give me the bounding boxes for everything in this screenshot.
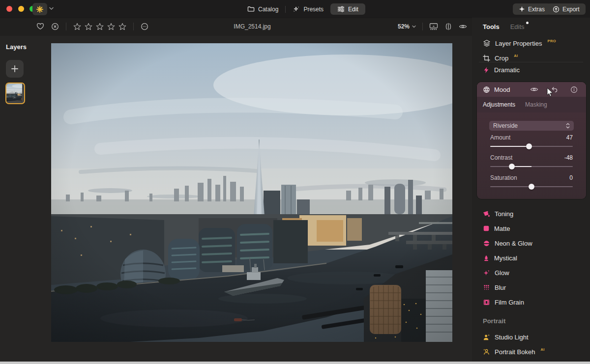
halftone-icon (483, 284, 490, 291)
window-bottom-edge (0, 362, 590, 364)
tool-label: Studio Light (495, 334, 529, 341)
tool-label: Matte (494, 225, 510, 232)
mood-panel-title: Mood (494, 86, 510, 93)
tool-label: Dramatic (494, 66, 520, 74)
star-icon[interactable] (118, 23, 126, 30)
filmstrip-panel-icon[interactable] (429, 23, 438, 30)
slider-thumb[interactable] (529, 184, 534, 190)
divider (479, 62, 583, 62)
more-options-icon[interactable] (141, 23, 148, 30)
tool-label: Blur (495, 284, 506, 291)
export-arrow-icon (553, 6, 560, 13)
tab-tools[interactable]: Tools (483, 23, 500, 30)
tool-label: Neon & Glow (495, 240, 532, 247)
tab-edit[interactable]: Edit (330, 3, 365, 15)
export-button[interactable]: Export (547, 3, 586, 15)
mood-icon (483, 86, 490, 93)
portrait-section-title: Portrait (483, 317, 505, 325)
slider-track[interactable] (490, 163, 573, 170)
app-menu-button[interactable] (32, 3, 47, 15)
export-label: Export (562, 6, 580, 13)
folder-icon (247, 5, 255, 13)
tool-mystical[interactable]: Mystical (472, 251, 590, 265)
close-window-icon[interactable] (6, 6, 12, 12)
updown-chevron-icon (566, 123, 570, 129)
extras-label: Extras (528, 6, 545, 13)
info-icon[interactable] (570, 86, 578, 93)
rating-controls (36, 18, 148, 35)
star-icon[interactable] (96, 23, 104, 30)
mood-preset-select[interactable]: Riverside (489, 121, 574, 131)
mood-panel: Mood Adjustments Masking Riverside (477, 82, 586, 199)
chevron-down-icon[interactable] (49, 7, 54, 10)
slider-thumb[interactable] (526, 143, 532, 149)
sidebar-tabs: Tools Edits (483, 23, 525, 30)
tab-edits[interactable]: Edits (510, 23, 525, 30)
notification-dot (526, 22, 529, 24)
extras-button[interactable]: Extras (513, 3, 551, 15)
add-layer-button[interactable] (6, 60, 24, 78)
filename-label: IMG_2514.jpg (234, 18, 270, 35)
slider-label: Saturation (490, 174, 517, 181)
tool-layer-properties[interactable]: Layer Properties PRO (472, 36, 590, 50)
sparkle-star-icon (519, 6, 525, 12)
star-rating (73, 23, 126, 30)
portrait-section-header: Portrait (472, 315, 590, 327)
tool-neon-glow[interactable]: Neon & Glow (472, 236, 590, 251)
tab-catalog[interactable]: Catalog (240, 3, 285, 15)
slider-thumb[interactable] (509, 164, 515, 169)
edit-sidebar: Tools Edits Layer Properties PRO Crop AI… (472, 18, 590, 362)
tab-catalog-label: Catalog (258, 6, 278, 13)
reject-circle-x-icon[interactable] (51, 23, 59, 30)
layers-icon (483, 39, 491, 47)
compare-split-icon[interactable] (444, 23, 452, 30)
chevron-down-icon (412, 25, 416, 28)
preview-eye-icon[interactable] (459, 23, 467, 30)
plus-icon (11, 65, 19, 73)
tool-studio-light[interactable]: Studio Light (472, 330, 590, 344)
bolt-icon (483, 66, 490, 74)
star-icon[interactable] (107, 23, 115, 30)
layer-thumbnail[interactable] (5, 83, 25, 104)
minimize-window-icon[interactable] (18, 6, 24, 12)
photo-london-aerial (51, 43, 452, 342)
tool-matte[interactable]: Matte (472, 221, 590, 236)
slider-track[interactable] (490, 142, 573, 150)
tab-edit-label: Edit (348, 6, 358, 13)
footer-divider (66, 23, 66, 30)
tool-label: Film Grain (495, 299, 524, 306)
photo-canvas[interactable] (51, 43, 452, 342)
slider-label: Contrast (490, 154, 512, 161)
tab-presets-label: Presets (303, 6, 324, 13)
wand-icon (293, 5, 300, 13)
flame-icon (483, 254, 490, 262)
tool-blur[interactable]: Blur (472, 280, 590, 295)
tab-adjustments[interactable]: Adjustments (483, 101, 515, 108)
canvas-area: Layers (0, 18, 472, 362)
tool-portrait-bokeh[interactable]: Portrait Bokeh AI (472, 344, 590, 359)
undo-icon[interactable] (551, 86, 558, 93)
slider-label: Amount (490, 134, 510, 141)
mood-panel-header[interactable]: Mood (477, 82, 586, 97)
mood-tabs: Adjustments Masking (477, 97, 586, 112)
ai-badge: AI (514, 54, 518, 58)
person-light-icon (483, 334, 490, 341)
eye-icon[interactable] (530, 86, 538, 93)
tool-film-grain[interactable]: Film Grain (472, 295, 590, 309)
tab-presets[interactable]: Presets (286, 3, 330, 15)
tab-masking[interactable]: Masking (525, 101, 547, 108)
bottom-toolbar: IMG_2514.jpg 52% (0, 18, 472, 36)
tool-dramatic[interactable]: Dramatic (472, 63, 590, 77)
slider-track[interactable] (490, 183, 573, 191)
star-icon[interactable] (85, 23, 92, 30)
star-icon[interactable] (73, 23, 81, 30)
matte-square-icon (483, 225, 490, 232)
slider-saturation: Saturation 0 (490, 174, 573, 191)
tool-toning[interactable]: Toning (472, 206, 590, 221)
tool-glow[interactable]: Glow (472, 265, 590, 280)
zoom-level-dropdown[interactable]: 52% (398, 23, 416, 30)
tool-label: Crop (495, 55, 508, 62)
favorite-heart-icon[interactable] (36, 23, 44, 30)
sliders-icon (337, 5, 345, 13)
tool-label: Portrait Bokeh (495, 348, 535, 356)
